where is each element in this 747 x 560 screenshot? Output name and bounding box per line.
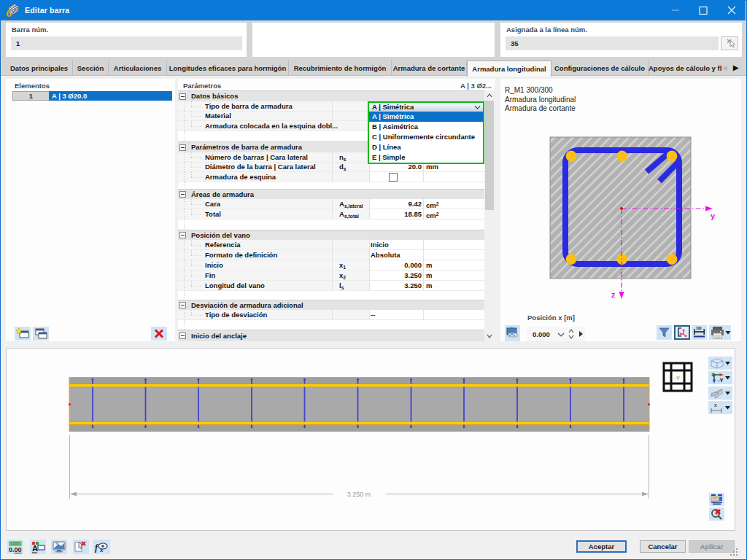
svg-text:x: x [714,402,717,408]
svg-text:-Y: -Y [718,377,724,384]
svg-text:0.00: 0.00 [9,546,22,553]
svg-text:-Y: -Y [674,375,681,381]
svg-text:100: 100 [696,327,702,330]
svg-text:f: f [95,542,98,553]
svg-text:3.250 m: 3.250 m [347,491,371,498]
svg-text:6: 6 [7,8,12,18]
svg-text:A: A [32,544,38,553]
svg-text:x: x [99,546,104,553]
